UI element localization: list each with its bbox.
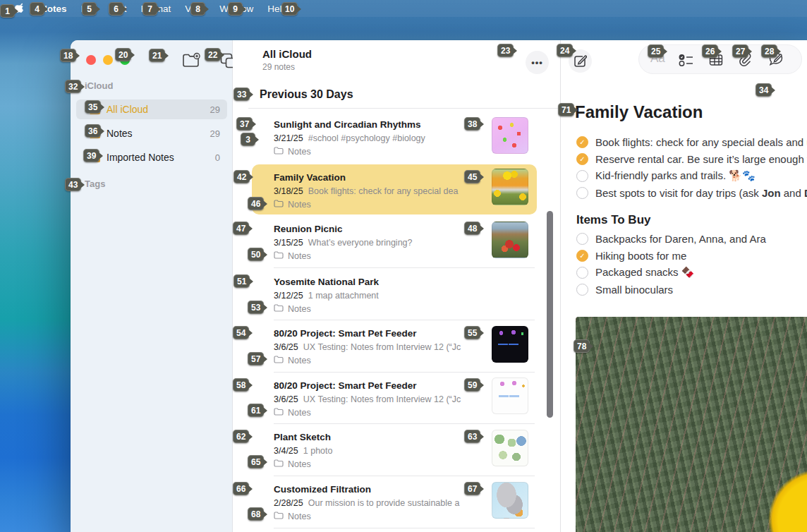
som-badge-48: 48 [464,222,480,235]
note-title: 80/20 Project: Smart Pet Feeder [274,380,417,391]
checkbox-checked-icon[interactable]: ✓ [576,250,588,262]
checklist-item[interactable]: Small binoculars [576,282,673,296]
sidebar-item-label: Imported Notes [107,152,174,163]
note-thumbnail-flowchart-light [492,377,528,414]
som-badge-58: 58 [233,378,249,392]
note-editor-pane: Aa [561,40,807,532]
som-badge-66: 66 [233,482,249,495]
checklist-text: Book flights: check for any special deal… [595,136,807,148]
note-snippet: Our mission is to provide sustainable a [308,498,460,508]
note-snippet: 1 map attachment [308,291,379,301]
note-date: 2/28/25 [274,498,303,508]
divider [274,476,535,476]
sidebar-item-count: 29 [210,104,220,115]
note-list-item[interactable]: Customized Filtration 2/28/25Our mission… [233,478,560,529]
list-scrollbar[interactable] [547,211,553,418]
note-list-item[interactable]: Plant Sketch 3/4/251 photo Notes [233,425,560,477]
folder-icon [274,459,284,469]
som-badge-42: 42 [233,170,250,183]
checklist-item[interactable]: ✓ Reserve rental car. Be sure it’s large… [576,152,807,166]
checklist-text: Best spots to visit for day trips (ask J… [595,187,807,199]
checkbox-empty-icon[interactable] [576,267,588,279]
som-badge-25: 25 [648,44,664,58]
note-folder-label: Notes [288,408,311,418]
checklist-text: Backpacks for Daren, Anna, and Ara [595,233,766,245]
checkbox-empty-icon[interactable] [576,233,588,245]
som-badge-22: 22 [205,48,221,61]
som-badge-3: 3 [241,133,255,146]
som-badge-45: 45 [464,170,480,183]
list-group-header: Previous 30 Days [260,88,353,101]
checklist-item[interactable]: Best spots to visit for day trips (ask J… [576,186,807,200]
checklist-item[interactable]: ✓ Book flights: check for any special de… [576,135,807,149]
note-list-item[interactable]: Reunion Picnic 3/15/25What’s everyone br… [233,217,560,269]
note-list-item[interactable]: Sunlight and Circadian Rhythms 3/21/25#s… [233,113,560,164]
list-title: All iCloud [262,48,312,60]
note-folder-label: Notes [288,356,311,365]
som-badge-59: 59 [464,378,480,392]
som-badge-65: 65 [248,455,264,468]
som-badge-6: 6 [109,2,123,16]
checklist-item[interactable]: Kid-friendly parks and trails. 🐕🐾 [576,169,756,183]
som-badge-53: 53 [248,301,264,314]
divider [274,372,535,373]
folder-icon [274,356,284,365]
checklist-text: Small binoculars [595,284,673,296]
close-button[interactable] [86,55,96,65]
note-thumbnail-molecule [492,117,528,154]
som-badge-27: 27 [732,44,748,58]
note-folder-label: Notes [288,147,311,157]
note-snippet: UX Testing: Notes from Interview 12 (“Jc [303,394,461,404]
som-badge-63: 63 [464,430,480,443]
checkbox-checked-icon[interactable]: ✓ [576,153,588,165]
minimize-button[interactable] [103,55,113,65]
new-folder-button[interactable] [182,52,201,71]
som-badge-62: 62 [233,430,249,443]
som-badge-78: 78 [574,339,590,353]
som-badge-7: 7 [142,2,157,16]
note-list-item-selected[interactable]: Family Vacation 3/18/25Book flights: che… [233,166,560,217]
section-heading: Items To Buy [576,213,650,227]
lemon-plant-photo[interactable] [576,317,807,532]
note-folder-label: Notes [288,200,311,210]
note-title: Yosemite National Park [274,277,379,287]
checklist-text: Hiking boots for me [595,250,686,262]
note-list-item[interactable]: Yosemite National Park 3/12/251 map atta… [233,270,560,322]
som-badge-55: 55 [464,326,480,339]
notes-list-pane: All iCloud 29 notes ••• Previous 30 Days… [233,40,560,532]
note-title-heading[interactable]: Family Vacation [575,102,703,122]
note-folder-label: Notes [288,459,311,469]
checkbox-empty-icon[interactable] [576,187,588,199]
som-badge-38: 38 [464,117,480,131]
note-date: 3/21/25 [274,133,303,143]
som-badge-23: 23 [497,44,514,57]
checklist-item[interactable]: ✓ Hiking boots for me [576,248,686,262]
checklist-item[interactable]: Packaged snacks 🍫 [576,265,694,279]
som-badge-43: 43 [65,178,81,191]
note-title: Plant Sketch [274,432,331,442]
checkbox-checked-icon[interactable]: ✓ [576,136,588,148]
note-thumbnail-flowchart-dark [492,326,528,363]
divider [274,267,535,268]
more-options-button[interactable]: ••• [526,51,549,74]
checkbox-empty-icon[interactable] [576,284,588,296]
note-title: Reunion Picnic [274,224,343,234]
note-thumbnail-filtration [492,482,528,519]
folder-icon [274,147,284,157]
note-list-item[interactable]: 80/20 Project: Smart Pet Feeder 3/6/25UX… [233,322,560,373]
folder-icon [274,251,284,261]
divider [274,423,535,424]
note-date: 3/6/25 [274,342,298,352]
note-list-item[interactable]: 80/20 Project: Smart Pet Feeder 3/6/25UX… [233,374,560,425]
som-badge-4: 4 [30,2,44,16]
sidebar-section-tags[interactable]: Tags [85,179,105,189]
note-title: Customized Filtration [274,484,371,495]
folder-icon [274,200,284,210]
list-note-count: 29 notes [262,62,295,72]
som-badge-71: 71 [558,103,574,116]
checklist-icon[interactable] [679,54,694,70]
checkbox-empty-icon[interactable] [576,170,588,182]
som-badge-50: 50 [248,248,264,261]
som-badge-21: 21 [149,49,165,62]
checklist-item[interactable]: Backpacks for Daren, Anna, and Ara [576,231,766,246]
